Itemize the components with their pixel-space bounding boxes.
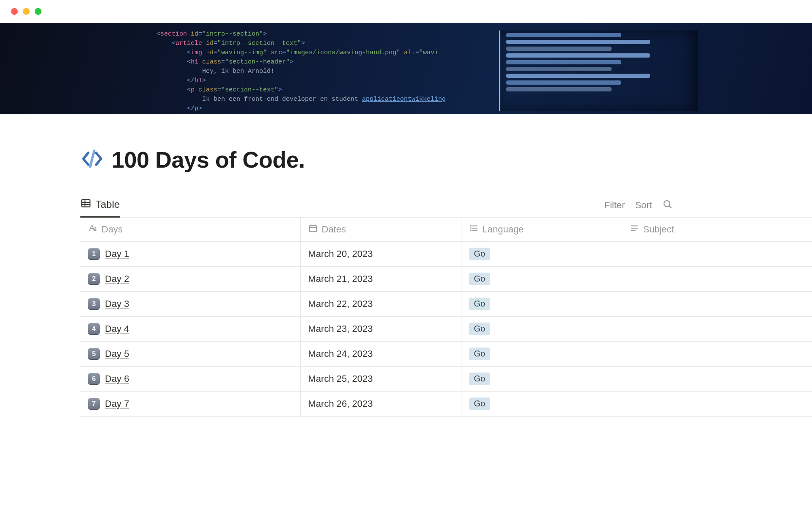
cell-language[interactable]: Go <box>461 292 622 317</box>
multiselect-icon <box>469 224 478 235</box>
tab-table-label: Table <box>96 199 120 210</box>
cell-language[interactable]: Go <box>461 317 622 342</box>
text-property-icon <box>630 224 639 235</box>
language-tag: Go <box>469 298 491 310</box>
keycap-icon: 1 <box>88 248 100 260</box>
cell-language[interactable]: Go <box>461 242 622 267</box>
cover-code-snippet: <section id="intro--section"> <article i… <box>156 30 478 113</box>
cell-title[interactable]: 3Day 3 <box>80 292 300 317</box>
window-minimize-button[interactable] <box>23 8 30 15</box>
row-title-label: Day 3 <box>105 298 129 309</box>
table-header-row: Days Dates Lan <box>80 218 812 242</box>
keycap-icon: 7 <box>88 398 100 410</box>
cell-language[interactable]: Go <box>461 392 622 417</box>
cell-subject[interactable] <box>622 367 812 392</box>
view-bar: Table Filter Sort <box>80 196 812 218</box>
language-tag: Go <box>469 248 491 260</box>
svg-point-17 <box>470 230 471 231</box>
svg-rect-8 <box>309 226 316 232</box>
page-cover[interactable]: <section id="intro--section"> <article i… <box>0 23 812 114</box>
cell-date[interactable]: March 22, 2023 <box>300 292 461 317</box>
cell-title[interactable]: 2Day 2 <box>80 267 300 292</box>
code-icon[interactable] <box>80 147 104 172</box>
database-table: Days Dates Lan <box>80 218 812 417</box>
svg-point-16 <box>470 228 471 229</box>
language-tag: Go <box>469 323 491 335</box>
sort-button[interactable]: Sort <box>635 200 652 211</box>
column-dates-label: Dates <box>322 224 346 235</box>
column-subject[interactable]: Subject <box>622 218 812 242</box>
table-row[interactable]: 6Day 6March 25, 2023Go <box>80 367 812 392</box>
cell-subject[interactable] <box>622 317 812 342</box>
cell-date[interactable]: March 23, 2023 <box>300 317 461 342</box>
cell-title[interactable]: 1Day 1 <box>80 242 300 267</box>
column-days-label: Days <box>102 224 123 235</box>
table-icon <box>80 198 91 211</box>
row-title-label: Day 4 <box>105 323 129 334</box>
window-zoom-button[interactable] <box>35 8 41 15</box>
table-row[interactable]: 1Day 1March 20, 2023Go <box>80 242 812 267</box>
row-title-label: Day 2 <box>105 273 129 284</box>
filter-button[interactable]: Filter <box>604 200 625 211</box>
cell-language[interactable]: Go <box>461 267 622 292</box>
cell-title[interactable]: 7Day 7 <box>80 392 300 417</box>
cell-subject[interactable] <box>622 392 812 417</box>
tab-table[interactable]: Table <box>80 196 120 218</box>
cell-date[interactable]: March 21, 2023 <box>300 267 461 292</box>
keycap-icon: 4 <box>88 323 100 335</box>
column-dates[interactable]: Dates <box>300 218 461 242</box>
page-title[interactable]: 100 Days of Code. <box>112 146 305 173</box>
svg-line-0 <box>90 151 94 166</box>
window-close-button[interactable] <box>11 8 18 15</box>
cell-language[interactable]: Go <box>461 367 622 392</box>
language-tag: Go <box>469 348 491 360</box>
svg-rect-1 <box>82 199 90 207</box>
row-title-label: Day 7 <box>105 398 129 409</box>
search-button[interactable] <box>662 199 672 212</box>
cell-subject[interactable] <box>622 342 812 367</box>
cell-date[interactable]: March 26, 2023 <box>300 392 461 417</box>
cell-subject[interactable] <box>622 242 812 267</box>
cell-title[interactable]: 4Day 4 <box>80 317 300 342</box>
language-tag: Go <box>469 273 491 285</box>
column-subject-label: Subject <box>643 224 674 235</box>
keycap-icon: 5 <box>88 348 100 360</box>
cell-title[interactable]: 6Day 6 <box>80 367 300 392</box>
table-row[interactable]: 4Day 4March 23, 2023Go <box>80 317 812 342</box>
row-title-label: Day 5 <box>105 348 129 359</box>
column-language-label: Language <box>483 224 524 235</box>
table-row[interactable]: 2Day 2March 21, 2023Go <box>80 267 812 292</box>
page-header: 100 Days of Code. <box>80 146 812 173</box>
row-title-label: Day 6 <box>105 373 129 384</box>
table-row[interactable]: 7Day 7March 26, 2023Go <box>80 392 812 417</box>
column-language[interactable]: Language <box>461 218 622 242</box>
window-titlebar <box>0 0 812 23</box>
column-days[interactable]: Days <box>80 218 300 242</box>
keycap-icon: 6 <box>88 373 100 385</box>
cell-subject[interactable] <box>622 292 812 317</box>
row-title-label: Day 1 <box>105 248 129 260</box>
cell-language[interactable]: Go <box>461 342 622 367</box>
cover-code-minimap <box>499 30 698 111</box>
cell-title[interactable]: 5Day 5 <box>80 342 300 367</box>
table-row[interactable]: 5Day 5March 24, 2023Go <box>80 342 812 367</box>
calendar-icon <box>308 224 318 235</box>
title-property-icon <box>88 224 97 235</box>
cell-date[interactable]: March 25, 2023 <box>300 367 461 392</box>
cell-date[interactable]: March 24, 2023 <box>300 342 461 367</box>
cell-date[interactable]: March 20, 2023 <box>300 242 461 267</box>
svg-line-6 <box>669 206 672 208</box>
language-tag: Go <box>469 373 491 385</box>
keycap-icon: 3 <box>88 298 100 310</box>
table-row[interactable]: 3Day 3March 22, 2023Go <box>80 292 812 317</box>
language-tag: Go <box>469 398 491 410</box>
keycap-icon: 2 <box>88 273 100 285</box>
svg-point-15 <box>470 226 471 226</box>
view-actions: Filter Sort <box>604 199 672 212</box>
cell-subject[interactable] <box>622 267 812 292</box>
